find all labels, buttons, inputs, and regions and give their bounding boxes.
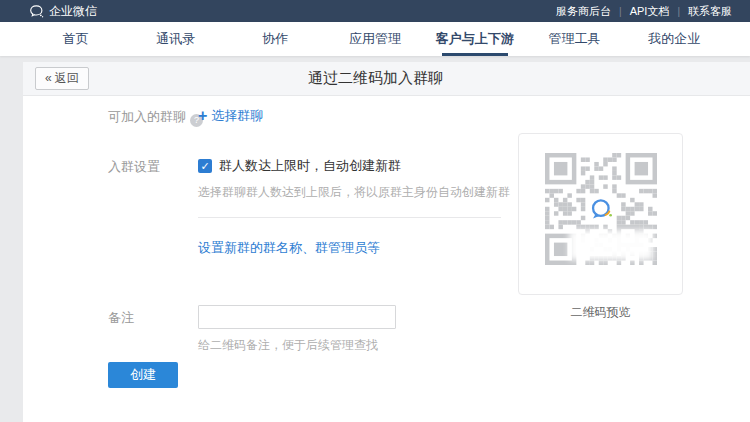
provider-console-link[interactable]: 服务商后台 — [548, 4, 619, 19]
auto-create-group-row: ✓ 群人数达上限时，自动创建新群 — [198, 157, 401, 175]
content-panel: « 返回 通过二维码加入群聊 可加入的群聊? +选择群聊 入群设置 ✓ 群人数达… — [23, 62, 750, 422]
nav-tab-admin-tools[interactable]: 管理工具 — [525, 22, 625, 56]
select-group-label: 选择群聊 — [211, 108, 263, 123]
select-group-link[interactable]: +选择群聊 — [198, 107, 263, 125]
topbar-links: 服务商后台 | API文档 | 联系客服 — [548, 4, 740, 19]
contact-support-link[interactable]: 联系客服 — [680, 4, 740, 19]
wechat-work-bubble-icon — [588, 196, 615, 223]
wechat-work-logo[interactable]: 企业微信 — [30, 3, 97, 20]
remark-hint: 给二维码备注，便于后续管理查找 — [198, 337, 378, 354]
join-settings-hint: 选择群聊群人数达到上限后，将以原群主身份自动创建新群 — [198, 184, 510, 201]
blurred-region — [569, 230, 653, 260]
remark-label: 备注 — [108, 309, 134, 327]
nav-tab-app-management[interactable]: 应用管理 — [325, 22, 425, 56]
plus-icon: + — [198, 107, 207, 124]
join-settings-label: 入群设置 — [108, 158, 160, 176]
panel-header: « 返回 通过二维码加入群聊 — [23, 62, 750, 96]
auto-create-group-checkbox-label: 群人数达上限时，自动创建新群 — [219, 157, 401, 175]
logo-text: 企业微信 — [49, 3, 97, 20]
nav-tab-my-company[interactable]: 我的企业 — [624, 22, 724, 56]
main-nav: 首页 通讯录 协作 应用管理 客户与上下游 管理工具 我的企业 — [0, 22, 750, 56]
section-divider — [198, 217, 501, 218]
remark-input[interactable] — [198, 305, 396, 329]
auto-create-group-checkbox[interactable]: ✓ — [198, 159, 212, 173]
nav-tab-contacts[interactable]: 通讯录 — [126, 22, 226, 56]
page-title: 通过二维码加入群聊 — [23, 69, 728, 88]
joinable-group-label: 可加入的群聊? — [108, 108, 203, 127]
back-button[interactable]: « 返回 — [35, 67, 89, 89]
nav-tab-customers[interactable]: 客户与上下游 — [425, 22, 525, 56]
back-chevrons-icon: « — [45, 71, 52, 85]
topbar: 企业微信 服务商后台 | API文档 | 联系客服 — [0, 0, 750, 22]
page-background: « 返回 通过二维码加入群聊 可加入的群聊? +选择群聊 入群设置 ✓ 群人数达… — [0, 56, 750, 422]
panel-body: 可加入的群聊? +选择群聊 入群设置 ✓ 群人数达上限时，自动创建新群 选择群聊… — [23, 96, 750, 420]
nav-tab-collaboration[interactable]: 协作 — [225, 22, 325, 56]
new-group-settings-link[interactable]: 设置新群的群名称、群管理员等 — [198, 239, 380, 257]
chat-bubble-icon — [30, 5, 44, 18]
qr-preview-card — [518, 133, 683, 295]
back-button-label: 返回 — [55, 71, 79, 85]
api-docs-link[interactable]: API文档 — [622, 4, 678, 19]
qr-preview-caption: 二维码预览 — [518, 304, 683, 321]
nav-tab-home[interactable]: 首页 — [26, 22, 126, 56]
create-button[interactable]: 创建 — [108, 362, 178, 388]
